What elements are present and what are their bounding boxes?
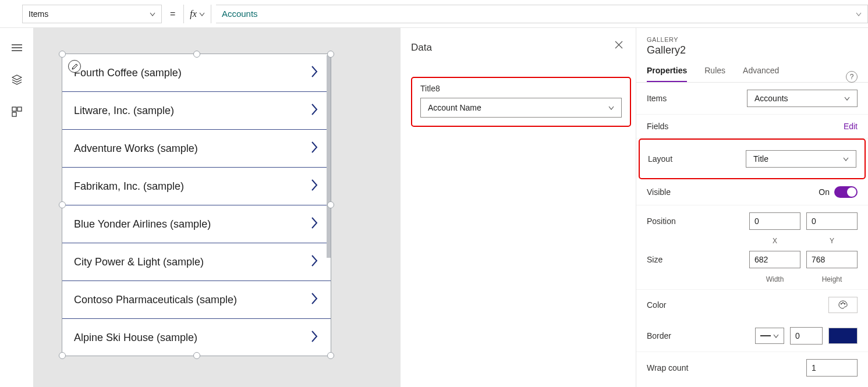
chevron-down-icon (199, 9, 205, 19)
color-picker-icon (838, 300, 848, 310)
prop-items-label: Items (647, 94, 667, 103)
left-rail (0, 28, 34, 387)
resize-handle[interactable] (327, 352, 334, 359)
property-tabs: Properties Rules Advanced (636, 60, 868, 83)
toggle-track (834, 186, 858, 198)
prop-layout-value: Title (753, 154, 768, 164)
close-icon[interactable] (615, 41, 623, 51)
chevron-right-icon (310, 216, 319, 232)
chevron-right-icon (310, 141, 319, 157)
svg-point-8 (841, 303, 842, 304)
chevron-down-icon (844, 94, 850, 103)
prop-visible-row: Visible On (636, 179, 868, 205)
gallery-item[interactable]: Contoso Pharmaceuticals (sample) (62, 281, 331, 319)
gallery-item-title: City Power & Light (sample) (74, 256, 204, 268)
svg-rect-4 (17, 107, 22, 111)
prop-border-label: Border (647, 331, 671, 340)
prop-visible-toggle[interactable]: On (819, 186, 858, 198)
property-selector[interactable]: Items (22, 5, 162, 23)
gallery-item-title: Blue Yonder Airlines (sample) (74, 218, 211, 230)
prop-size-height-input[interactable]: 768 (806, 251, 858, 268)
chevron-down-icon (150, 9, 155, 19)
chevron-down-icon (608, 103, 614, 112)
gallery-item[interactable]: Alpine Ski House (sample) (62, 319, 331, 356)
resize-handle[interactable] (327, 201, 334, 208)
fx-button[interactable]: fx (183, 5, 211, 23)
gallery-items: Fourth Coffee (sample) Litware, Inc. (sa… (62, 54, 331, 356)
chevron-right-icon (310, 254, 319, 270)
data-field-select[interactable]: Account Name (420, 98, 622, 118)
data-field-label: Title8 (420, 84, 622, 93)
prop-position-y-input[interactable]: 0 (806, 212, 858, 230)
control-type-label: GALLERY (647, 36, 858, 43)
chevron-down-icon (856, 9, 862, 19)
prop-visible-label: Visible (647, 187, 671, 197)
prop-size-height-label: Height (806, 275, 858, 283)
prop-visible-value: On (819, 187, 830, 197)
fx-icon: fx (190, 9, 197, 19)
gallery-item[interactable]: Adventure Works (sample) (62, 130, 331, 168)
prop-layout-highlight: Layout Title (639, 139, 866, 179)
property-selector-label: Items (29, 9, 48, 19)
tab-advanced[interactable]: Advanced (743, 66, 779, 82)
prop-wrapcount-input[interactable]: 1 (806, 359, 858, 377)
prop-fields-edit-link[interactable]: Edit (844, 122, 858, 131)
prop-position-x-label: X (749, 237, 800, 245)
svg-point-9 (842, 302, 844, 303)
prop-color-swatch[interactable] (828, 297, 858, 313)
prop-size-width-input[interactable]: 682 (749, 251, 800, 268)
resize-handle[interactable] (59, 51, 66, 58)
resize-handle[interactable] (193, 352, 200, 359)
gallery-item[interactable]: Litware, Inc. (sample) (62, 92, 331, 130)
prop-position-sublabels: X Y (636, 237, 868, 251)
prop-wrapcount-label: Wrap count (647, 363, 688, 372)
tab-rules[interactable]: Rules (704, 66, 725, 82)
prop-border-color-swatch[interactable] (828, 328, 858, 344)
gallery-item[interactable]: Fabrikam, Inc. (sample) (62, 168, 331, 205)
resize-handle[interactable] (59, 201, 66, 208)
scrollbar[interactable] (327, 55, 331, 258)
canvas[interactable]: Fourth Coffee (sample) Litware, Inc. (sa… (34, 28, 400, 387)
prop-position-row: Position 0 0 (636, 205, 868, 237)
prop-items-value: Accounts (754, 94, 788, 103)
svg-rect-5 (12, 112, 16, 116)
data-panel: Data Title8 Account Name (400, 28, 636, 387)
resize-handle[interactable] (59, 352, 66, 359)
prop-border-width-input[interactable]: 0 (790, 327, 823, 345)
svg-rect-3 (12, 107, 16, 111)
prop-size-width-label: Width (749, 275, 800, 283)
prop-color-row: Color (636, 290, 868, 320)
prop-items-row: Items Accounts (636, 83, 868, 115)
prop-border-row: Border 0 (636, 320, 868, 352)
gallery-control[interactable]: Fourth Coffee (sample) Litware, Inc. (sa… (62, 54, 331, 356)
chevron-right-icon (310, 103, 319, 119)
prop-position-y-label: Y (806, 237, 858, 245)
chevron-down-icon (773, 331, 779, 340)
prop-items-select[interactable]: Accounts (747, 90, 858, 107)
formula-text: Accounts (222, 9, 258, 19)
properties-panel: GALLERY Gallery2 ? Properties Rules Adva… (636, 28, 868, 387)
grid-add-icon[interactable] (11, 106, 23, 118)
gallery-item-title: Fabrikam, Inc. (sample) (74, 180, 184, 193)
resize-handle[interactable] (327, 51, 334, 58)
prop-position-x-input[interactable]: 0 (749, 212, 800, 230)
chevron-down-icon (843, 154, 849, 164)
resize-handle[interactable] (193, 51, 200, 58)
prop-size-label: Size (647, 255, 662, 264)
tab-properties[interactable]: Properties (647, 66, 687, 82)
prop-size-sublabels: Width Height (636, 275, 868, 290)
formula-input[interactable]: Accounts (216, 5, 868, 23)
layers-icon[interactable] (11, 74, 23, 86)
chevron-right-icon (310, 330, 319, 346)
gallery-item[interactable]: City Power & Light (sample) (62, 243, 331, 281)
prop-border-style-select[interactable] (755, 328, 784, 344)
gallery-item[interactable]: Blue Yonder Airlines (sample) (62, 205, 331, 243)
gallery-item-title: Fourth Coffee (sample) (74, 67, 182, 79)
prop-layout-select[interactable]: Title (746, 150, 856, 168)
help-icon[interactable]: ? (846, 71, 858, 83)
hamburger-icon[interactable] (11, 42, 23, 54)
gallery-item[interactable]: Fourth Coffee (sample) (62, 54, 331, 92)
prop-position-label: Position (647, 216, 676, 226)
gallery-item-title: Contoso Pharmaceuticals (sample) (74, 294, 237, 306)
edit-pencil-icon[interactable] (68, 60, 81, 73)
